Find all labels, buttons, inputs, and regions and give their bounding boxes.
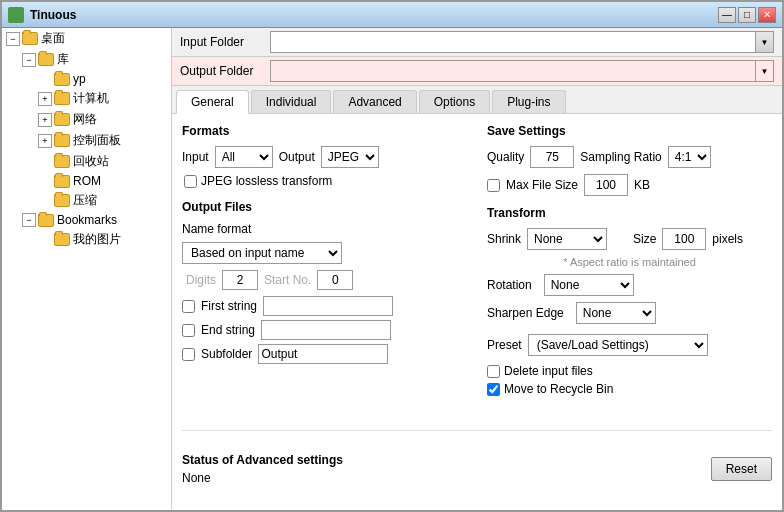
delete-input-checkbox[interactable] <box>487 365 500 378</box>
start-no-label: Start No. <box>264 273 311 287</box>
shrink-row: Shrink None 25% 50% Size pixels <box>487 228 772 250</box>
tab-advanced[interactable]: Advanced <box>333 90 416 113</box>
status-value: None <box>182 471 343 485</box>
sharpen-select[interactable]: None Low High <box>576 302 656 324</box>
preset-select[interactable]: (Save/Load Settings) <box>528 334 708 356</box>
transform-section: Transform Shrink None 25% 50% Size pixel… <box>487 206 772 324</box>
sidebar-item-recycle[interactable]: 回收站 <box>34 151 171 172</box>
sidebar-item-controlpanel[interactable]: + 控制面板 <box>34 130 171 151</box>
minimize-button[interactable]: — <box>718 7 736 23</box>
sidebar-item-label: 压缩 <box>73 192 97 209</box>
sidebar-item-yp[interactable]: yp <box>34 70 171 88</box>
first-string-input[interactable] <box>263 296 393 316</box>
maximize-button[interactable]: □ <box>738 7 756 23</box>
delete-input-label: Delete input files <box>504 364 593 378</box>
subfolder-checkbox[interactable] <box>182 348 195 361</box>
expand-icon[interactable]: − <box>6 32 20 46</box>
output-format-select[interactable]: JPEG PNG <box>321 146 379 168</box>
first-string-checkbox[interactable] <box>182 300 195 313</box>
output-folder-dropdown[interactable]: ▼ <box>756 60 774 82</box>
move-recycle-row: Move to Recycle Bin <box>487 382 772 396</box>
sidebar-item-desktop[interactable]: − 桌面 <box>2 28 171 49</box>
preset-label: Preset <box>487 338 522 352</box>
tab-options[interactable]: Options <box>419 90 490 113</box>
expand-icon[interactable]: + <box>38 92 52 106</box>
expand-icon[interactable]: + <box>38 134 52 148</box>
folder-icon <box>54 92 70 105</box>
move-recycle-label: Move to Recycle Bin <box>504 382 613 396</box>
sidebar-item-library[interactable]: − 库 <box>18 49 171 70</box>
output-format-label: Output <box>279 150 315 164</box>
sidebar-item-mypics[interactable]: 我的图片 <box>34 229 171 250</box>
sidebar-item-label: 我的图片 <box>73 231 121 248</box>
status-title: Status of Advanced settings <box>182 453 343 467</box>
status-section: Status of Advanced settings None <box>182 453 343 485</box>
rotation-select[interactable]: None 90° 180° <box>544 274 634 296</box>
end-string-checkbox[interactable] <box>182 324 195 337</box>
sidebar-item-computer[interactable]: + 计算机 <box>34 88 171 109</box>
move-recycle-checkbox[interactable] <box>487 383 500 396</box>
expand-icon[interactable]: + <box>38 113 52 127</box>
tab-general[interactable]: General <box>176 90 249 114</box>
digits-input[interactable] <box>222 270 258 290</box>
input-folder-dropdown[interactable]: ▼ <box>756 31 774 53</box>
titlebar: Tinuous — □ ✕ <box>2 2 782 28</box>
jpeg-lossless-checkbox[interactable] <box>184 175 197 188</box>
window-controls: — □ ✕ <box>718 7 776 23</box>
sampling-label: Sampling Ratio <box>580 150 661 164</box>
input-folder-label: Input Folder <box>180 35 270 49</box>
size-label: Size <box>633 232 656 246</box>
sidebar-item-network[interactable]: + 网络 <box>34 109 171 130</box>
max-file-size-input[interactable] <box>584 174 628 196</box>
sidebar-item-label: 回收站 <box>73 153 109 170</box>
name-format-select[interactable]: Based on input name Sequential <box>182 242 342 264</box>
sidebar-item-label: 控制面板 <box>73 132 121 149</box>
size-input[interactable] <box>662 228 706 250</box>
sampling-ratio-select[interactable]: 4:1 4:2 4:4 <box>668 146 711 168</box>
output-files-section: Output Files Name format Based on input … <box>182 200 467 364</box>
folder-icon <box>54 113 70 126</box>
right-panel: Input Folder ▼ Output Folder ▼ General I… <box>172 28 782 510</box>
output-folder-input[interactable] <box>270 60 756 82</box>
digits-row: Digits Start No. <box>182 270 467 290</box>
save-settings-title: Save Settings <box>487 124 772 138</box>
jpeg-lossless-row: JPEG lossless transform <box>184 174 467 188</box>
max-file-size-checkbox[interactable] <box>487 179 500 192</box>
kb-label: KB <box>634 178 650 192</box>
close-button[interactable]: ✕ <box>758 7 776 23</box>
end-string-row: End string <box>182 320 467 340</box>
format-row: Input All JPEG PNG Output JPEG PNG <box>182 146 467 168</box>
left-column: Formats Input All JPEG PNG Output JPEG <box>182 124 467 430</box>
first-string-row: First string <box>182 296 467 316</box>
rotation-row: Rotation None 90° 180° <box>487 274 772 296</box>
reset-button[interactable]: Reset <box>711 457 772 481</box>
input-folder-row: Input Folder ▼ <box>172 28 782 57</box>
name-format-row: Name format <box>182 222 467 236</box>
folder-icon <box>54 233 70 246</box>
delete-row: Delete input files <box>487 364 772 378</box>
tab-plugins[interactable]: Plug-ins <box>492 90 565 113</box>
max-file-size-label: Max File Size <box>506 178 578 192</box>
sidebar-item-bookmarks[interactable]: − Bookmarks <box>18 211 171 229</box>
sidebar-item-compress[interactable]: 压缩 <box>34 190 171 211</box>
shrink-select[interactable]: None 25% 50% <box>527 228 607 250</box>
end-string-label: End string <box>201 323 255 337</box>
folder-icon <box>38 214 54 227</box>
expand-icon[interactable]: − <box>22 213 36 227</box>
sidebar-item-rom[interactable]: ROM <box>34 172 171 190</box>
quality-input[interactable] <box>530 146 574 168</box>
input-folder-input[interactable] <box>270 31 756 53</box>
start-no-input[interactable] <box>317 270 353 290</box>
window-title: Tinuous <box>30 8 718 22</box>
formats-title: Formats <box>182 124 467 138</box>
subfolder-input[interactable] <box>258 344 388 364</box>
pixels-label: pixels <box>712 232 743 246</box>
rotation-label: Rotation <box>487 278 532 292</box>
content-area: Formats Input All JPEG PNG Output JPEG <box>172 114 782 510</box>
output-folder-label: Output Folder <box>180 64 270 78</box>
expand-icon[interactable]: − <box>22 53 36 67</box>
input-format-select[interactable]: All JPEG PNG <box>215 146 273 168</box>
tab-individual[interactable]: Individual <box>251 90 332 113</box>
end-string-input[interactable] <box>261 320 391 340</box>
shrink-label: Shrink <box>487 232 521 246</box>
